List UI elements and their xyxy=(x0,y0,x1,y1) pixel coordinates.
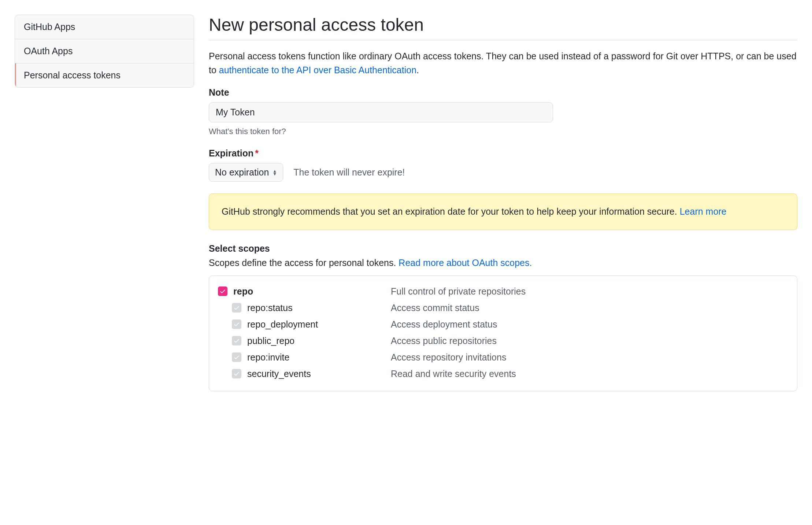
scope-name: repo:invite xyxy=(247,352,391,363)
sidebar: GitHub Apps OAuth Apps Personal access t… xyxy=(15,15,194,391)
checkmark-icon xyxy=(233,337,240,344)
select-caret-icon: ▲▼ xyxy=(272,170,277,175)
scopes-heading: Select scopes xyxy=(209,243,797,254)
main-content: New personal access token Personal acces… xyxy=(209,15,797,391)
sidebar-item-github-apps[interactable]: GitHub Apps xyxy=(15,15,194,39)
checkmark-icon xyxy=(233,370,240,377)
scope-row-security-events: security_events Read and write security … xyxy=(218,366,788,382)
scope-checkbox-security-events[interactable] xyxy=(232,369,241,378)
scope-description: Access commit status xyxy=(391,303,479,313)
scope-description: Access public repositories xyxy=(391,336,497,346)
required-star-icon: * xyxy=(255,148,259,158)
scope-checkbox-repo-invite[interactable] xyxy=(232,352,241,362)
note-input[interactable] xyxy=(209,102,553,122)
page-title: New personal access token xyxy=(209,15,797,40)
scope-row-repo-deployment: repo_deployment Access deployment status xyxy=(218,316,788,333)
scope-row-repo-invite: repo:invite Access repository invitation… xyxy=(218,349,788,366)
scope-checkbox-repo-status[interactable] xyxy=(232,303,241,313)
sidebar-item-label: GitHub Apps xyxy=(24,22,75,32)
scopes-subtext-prefix: Scopes define the access for personal to… xyxy=(209,258,398,268)
scopes-subtext: Scopes define the access for personal to… xyxy=(209,258,797,268)
expiration-warning-flash: GitHub strongly recommends that you set … xyxy=(209,193,797,230)
scope-checkbox-repo-deployment[interactable] xyxy=(232,319,241,329)
intro-text: Personal access tokens function like ord… xyxy=(209,49,797,77)
expiration-selected-value: No expiration xyxy=(215,167,269,178)
flash-text: GitHub strongly recommends that you set … xyxy=(222,206,680,217)
scope-checkbox-repo[interactable] xyxy=(218,286,227,296)
scope-description: Read and write security events xyxy=(391,369,516,379)
sidebar-item-oauth-apps[interactable]: OAuth Apps xyxy=(15,39,194,63)
expiration-select[interactable]: No expiration ▲▼ xyxy=(209,163,283,182)
flash-learn-more-link[interactable]: Learn more xyxy=(680,206,727,217)
sidebar-item-label: OAuth Apps xyxy=(24,46,73,56)
scope-name: repo_deployment xyxy=(247,319,391,330)
sidebar-item-label: Personal access tokens xyxy=(24,70,120,80)
note-label: Note xyxy=(209,87,797,98)
scope-description: Access repository invitations xyxy=(391,352,506,363)
sidebar-nav: GitHub Apps OAuth Apps Personal access t… xyxy=(15,15,194,88)
intro-auth-link[interactable]: authenticate to the API over Basic Authe… xyxy=(219,65,416,75)
checkmark-icon xyxy=(233,354,240,361)
scope-name: security_events xyxy=(247,369,391,379)
intro-suffix: . xyxy=(416,65,419,75)
scope-name: repo:status xyxy=(247,303,391,313)
scope-row-public-repo: public_repo Access public repositories xyxy=(218,333,788,349)
scopes-read-more-link[interactable]: Read more about OAuth scopes. xyxy=(398,258,532,268)
note-hint: What's this token for? xyxy=(209,127,797,136)
scope-checkbox-public-repo[interactable] xyxy=(232,336,241,345)
scope-description: Access deployment status xyxy=(391,319,497,330)
sidebar-item-personal-access-tokens[interactable]: Personal access tokens xyxy=(15,63,194,87)
scope-description: Full control of private repositories xyxy=(391,286,526,297)
scope-name: public_repo xyxy=(247,336,391,346)
checkmark-icon xyxy=(233,321,240,328)
checkmark-icon xyxy=(233,304,240,311)
scope-name: repo xyxy=(233,286,391,297)
scopes-box: repo Full control of private repositorie… xyxy=(209,276,797,391)
expiration-hint: The token will never expire! xyxy=(293,167,405,178)
expiration-label-text: Expiration xyxy=(209,148,253,158)
checkmark-icon xyxy=(219,288,226,295)
scope-row-repo: repo Full control of private repositorie… xyxy=(218,283,788,300)
scope-row-repo-status: repo:status Access commit status xyxy=(218,300,788,316)
expiration-label: Expiration* xyxy=(209,148,797,159)
